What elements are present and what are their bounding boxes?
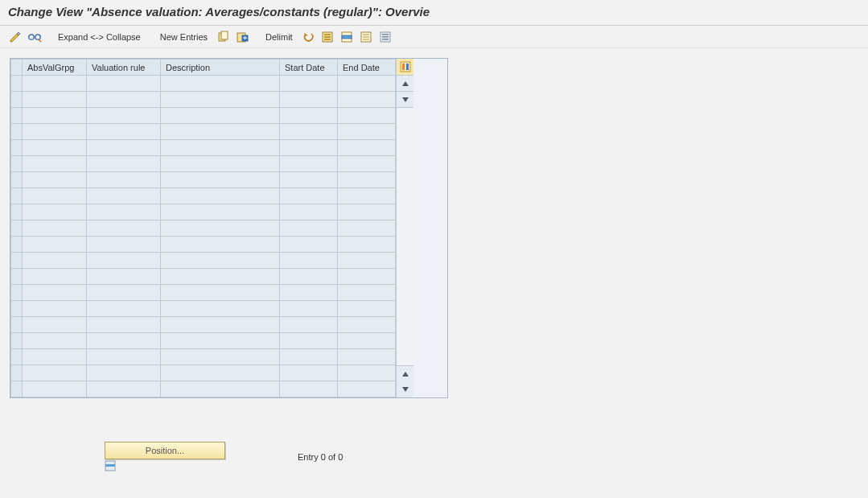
table-cell[interactable]: [23, 237, 87, 253]
table-cell[interactable]: [161, 124, 280, 140]
table-row[interactable]: [11, 237, 396, 253]
table-cell[interactable]: [23, 269, 87, 285]
glasses-find-icon[interactable]: [27, 30, 42, 44]
table-cell[interactable]: [280, 285, 338, 301]
table-cell[interactable]: [87, 269, 161, 285]
table-cell[interactable]: [87, 301, 161, 317]
table-cell[interactable]: [23, 333, 87, 349]
table-cell[interactable]: [338, 317, 396, 333]
table-cell[interactable]: [87, 237, 161, 253]
table-cell[interactable]: [161, 269, 280, 285]
delimit-button[interactable]: Delimit: [262, 32, 296, 42]
table-cell[interactable]: [280, 76, 338, 92]
scroll-up-bottom-icon[interactable]: [397, 365, 413, 381]
table-cell[interactable]: [338, 285, 396, 301]
table-cell[interactable]: [23, 349, 87, 365]
table-cell[interactable]: [338, 349, 396, 365]
table-cell[interactable]: [23, 140, 87, 156]
table-cell[interactable]: [161, 92, 280, 108]
table-cell[interactable]: [161, 108, 280, 124]
table-cell[interactable]: [161, 204, 280, 220]
table-cell[interactable]: [87, 172, 161, 188]
table-cell[interactable]: [87, 317, 161, 333]
row-selector[interactable]: [11, 124, 23, 140]
table-row[interactable]: [11, 301, 396, 317]
table-cell[interactable]: [161, 140, 280, 156]
table-cell[interactable]: [87, 220, 161, 237]
table-cell[interactable]: [23, 220, 87, 237]
table-cell[interactable]: [338, 140, 396, 156]
table-cell[interactable]: [280, 140, 338, 156]
table-row[interactable]: [11, 253, 396, 269]
scrollbar-track[interactable]: [397, 108, 413, 365]
table-cell[interactable]: [280, 220, 338, 237]
table-cell[interactable]: [87, 333, 161, 349]
undo-icon[interactable]: [301, 30, 315, 44]
print-list-icon[interactable]: [378, 30, 393, 44]
row-selector[interactable]: [11, 349, 23, 365]
table-cell[interactable]: [338, 124, 396, 140]
table-cell[interactable]: [338, 365, 396, 381]
table-cell[interactable]: [280, 349, 338, 365]
table-cell[interactable]: [87, 365, 161, 381]
table-cell[interactable]: [338, 333, 396, 349]
table-cell[interactable]: [23, 188, 87, 204]
table-cell[interactable]: [23, 365, 87, 381]
table-cell[interactable]: [280, 172, 338, 188]
table-row[interactable]: [11, 92, 396, 108]
row-selector[interactable]: [11, 285, 23, 301]
row-selector[interactable]: [11, 365, 23, 381]
table-cell[interactable]: [23, 204, 87, 220]
table-configure-icon[interactable]: [397, 59, 413, 76]
table-cell[interactable]: [87, 253, 161, 269]
col-header-start-date[interactable]: Start Date: [280, 60, 338, 76]
new-entries-button[interactable]: New Entries: [157, 32, 211, 42]
table-cell[interactable]: [338, 237, 396, 253]
table-cell[interactable]: [161, 285, 280, 301]
table-cell[interactable]: [338, 253, 396, 269]
table-cell[interactable]: [161, 333, 280, 349]
table-cell[interactable]: [161, 349, 280, 365]
table-cell[interactable]: [23, 76, 87, 92]
table-cell[interactable]: [87, 124, 161, 140]
table-cell[interactable]: [338, 381, 396, 397]
deselect-all-icon[interactable]: [359, 30, 373, 44]
table-cell[interactable]: [338, 172, 396, 188]
scroll-down-icon[interactable]: [397, 92, 413, 108]
select-block-icon[interactable]: [339, 30, 354, 44]
row-selector[interactable]: [11, 172, 23, 188]
change-icon[interactable]: [8, 30, 23, 44]
table-cell[interactable]: [87, 92, 161, 108]
col-header-description[interactable]: Description: [161, 60, 280, 76]
table-cell[interactable]: [161, 188, 280, 204]
table-row[interactable]: [11, 188, 396, 204]
table-cell[interactable]: [280, 92, 338, 108]
table-cell[interactable]: [338, 76, 396, 92]
row-selector[interactable]: [11, 317, 23, 333]
table-cell[interactable]: [161, 76, 280, 92]
table-cell[interactable]: [87, 285, 161, 301]
col-header-end-date[interactable]: End Date: [338, 60, 396, 76]
scroll-up-icon[interactable]: [397, 76, 413, 92]
row-selector-header[interactable]: [11, 60, 23, 76]
table-cell[interactable]: [161, 253, 280, 269]
table-cell[interactable]: [161, 381, 280, 397]
table-cell[interactable]: [87, 188, 161, 204]
table-cell[interactable]: [23, 285, 87, 301]
table-row[interactable]: [11, 269, 396, 285]
table-cell[interactable]: [87, 140, 161, 156]
table-cell[interactable]: [23, 92, 87, 108]
table-cell[interactable]: [280, 253, 338, 269]
table-cell[interactable]: [338, 156, 396, 172]
table-cell[interactable]: [280, 124, 338, 140]
table-row[interactable]: [11, 365, 396, 381]
row-selector[interactable]: [11, 188, 23, 204]
select-all-icon[interactable]: [320, 30, 335, 44]
row-selector[interactable]: [11, 92, 23, 108]
table-cell[interactable]: [23, 156, 87, 172]
expand-collapse-button[interactable]: Expand <-> Collapse: [55, 32, 144, 42]
table-cell[interactable]: [338, 220, 396, 237]
table-cell[interactable]: [161, 317, 280, 333]
table-row[interactable]: [11, 220, 396, 237]
col-header-absvalgrpg[interactable]: AbsValGrpg: [23, 60, 87, 76]
